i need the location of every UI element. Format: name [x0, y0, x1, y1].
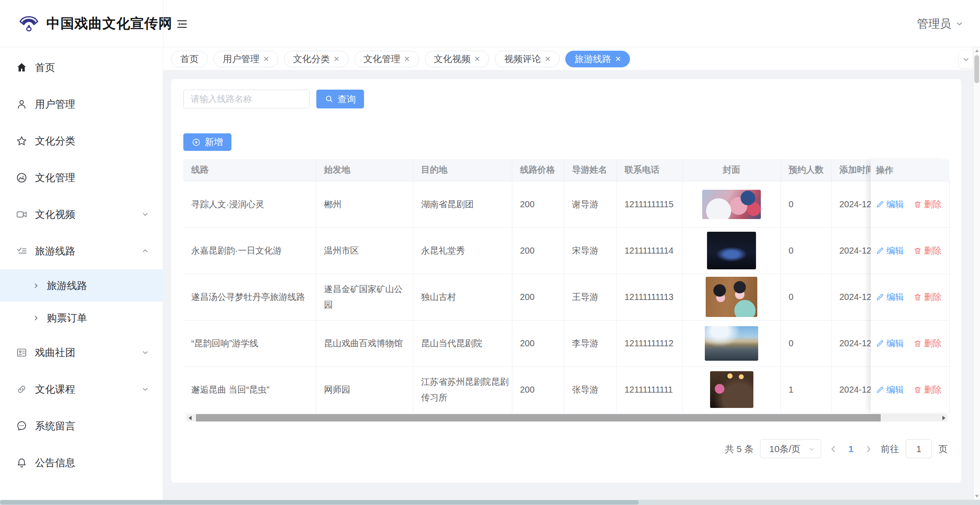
sidebar-item-首页[interactable]: 首页	[0, 49, 163, 86]
edit-button[interactable]: 编辑	[876, 245, 904, 257]
actions-cell: 编辑删除	[871, 228, 949, 274]
actions-cell: 编辑删除	[871, 320, 949, 367]
window-horizontal-scrollbar[interactable]	[0, 500, 980, 505]
actions-column-cells: 编辑删除编辑删除编辑删除编辑删除编辑删除	[871, 181, 949, 413]
cell-price: 200	[512, 320, 564, 366]
tab-close-icon[interactable]: ×	[615, 54, 621, 64]
edit-icon	[876, 386, 884, 394]
tab-close-icon[interactable]: ×	[334, 54, 340, 64]
tab-close-icon[interactable]: ×	[545, 54, 550, 64]
tab-close-icon[interactable]: ×	[475, 54, 480, 64]
chevron-down-icon	[808, 445, 816, 453]
cell-destination: 昆山当代昆剧院	[413, 320, 512, 366]
sidebar-item-文化分类[interactable]: 文化分类	[0, 122, 163, 159]
column-header-目的地: 目的地	[413, 159, 512, 181]
star-icon	[16, 135, 28, 147]
edit-button[interactable]: 编辑	[876, 199, 904, 210]
delete-button[interactable]: 删除	[914, 384, 942, 396]
sidebar-item-文化课程[interactable]: 文化课程	[0, 371, 163, 407]
edit-icon	[876, 339, 884, 348]
tab-label: 视频评论	[504, 53, 541, 65]
cell-destination: 江苏省苏州昆剧院昆剧传习所	[413, 366, 512, 413]
edit-button[interactable]: 编辑	[876, 384, 904, 396]
cell-guide: 王导游	[564, 274, 616, 320]
cell-destination: 永昆礼堂秀	[413, 227, 512, 274]
edit-button-label: 编辑	[886, 291, 904, 303]
sidebar-item-用户管理[interactable]: 用户管理	[0, 86, 163, 122]
scrollbar-thumb[interactable]	[196, 414, 881, 421]
cell-bookings: 0	[780, 320, 831, 366]
page-size-select[interactable]: 10条/页	[760, 439, 821, 458]
cell-cover	[682, 320, 780, 366]
cell-route: 遂昌汤公寻梦牡丹亭旅游线路	[183, 274, 316, 320]
delete-button[interactable]: 删除	[914, 338, 942, 349]
column-header-始发地: 始发地	[316, 159, 413, 181]
sidebar-item-旅游线路[interactable]: 旅游线路	[0, 233, 163, 269]
tab-首页[interactable]: 首页	[171, 51, 208, 67]
tab-overflow-button[interactable]	[959, 51, 973, 68]
chevron-up-icon	[141, 247, 150, 255]
prev-page-icon[interactable]	[828, 443, 839, 455]
delete-button[interactable]: 删除	[914, 245, 942, 257]
goto-page-input[interactable]	[906, 439, 932, 458]
search-button[interactable]: 查询	[316, 90, 364, 108]
content-area: 查询 新增 线路始发地目的地线路价格导游姓名联系电话封面预约人数添加时间 寻踪人…	[163, 70, 973, 500]
tab-文化管理[interactable]: 文化管理×	[354, 51, 419, 67]
club-card-icon	[16, 347, 28, 359]
tab-文化分类[interactable]: 文化分类×	[284, 51, 349, 67]
sidebar-item-label: 旅游线路	[35, 244, 141, 258]
top-bar: 中国戏曲文化宣传网 管理员	[0, 0, 980, 47]
chevron-down-icon	[955, 19, 964, 28]
tab-旅游线路[interactable]: 旅游线路×	[565, 51, 630, 67]
sidebar-item-公告信息[interactable]: 公告信息	[0, 444, 163, 481]
delete-button[interactable]: 删除	[914, 199, 942, 210]
search-icon	[325, 94, 334, 104]
sidebar-item-戏曲社团[interactable]: 戏曲社团	[0, 334, 163, 371]
scroll-left-icon[interactable]	[186, 414, 194, 421]
scroll-down-icon[interactable]	[975, 495, 979, 498]
table-horizontal-scrollbar[interactable]	[186, 414, 948, 421]
delete-button[interactable]: 删除	[914, 291, 942, 303]
edit-button[interactable]: 编辑	[876, 291, 904, 303]
tab-用户管理[interactable]: 用户管理×	[214, 51, 278, 67]
tab-list: 首页用户管理×文化分类×文化管理×文化视频×视频评论×旅游线路×	[171, 51, 630, 67]
scrollbar-thumb[interactable]	[974, 55, 979, 83]
cell-cover	[682, 274, 780, 320]
cell-cover	[682, 366, 780, 413]
cell-route: 永嘉昆剧韵·一日文化游	[183, 227, 316, 274]
tab-文化视频[interactable]: 文化视频×	[425, 51, 490, 67]
sidebar-item-文化管理[interactable]: 文化管理	[0, 159, 163, 196]
table-row: 遂昌汤公寻梦牡丹亭旅游线路遂昌金矿国家矿山公园独山古村200王导游1211111…	[183, 274, 949, 320]
actions-column-header: 操作	[871, 159, 949, 181]
routes-table-body: 寻踪人文·浸润心灵郴州湖南省昆剧团200谢导游1211111111502024-…	[183, 181, 949, 413]
cell-phone: 12111111114	[616, 227, 682, 274]
current-page[interactable]: 1	[846, 444, 856, 454]
tab-label: 首页	[180, 53, 199, 65]
cell-bookings: 0	[780, 274, 831, 320]
tab-close-icon[interactable]: ×	[263, 54, 269, 64]
add-button[interactable]: 新增	[183, 133, 231, 151]
cell-phone: 12111111115	[616, 181, 682, 227]
cell-cover	[682, 181, 780, 227]
vertical-scrollbar[interactable]	[973, 47, 980, 500]
next-page-icon[interactable]	[863, 443, 874, 455]
chevron-right-icon	[32, 282, 40, 289]
link-icon	[16, 383, 28, 395]
cell-guide: 宋导游	[564, 227, 616, 274]
sidebar-fold-icon[interactable]	[176, 18, 188, 30]
scroll-right-icon[interactable]	[940, 414, 948, 421]
sidebar-item-文化视频[interactable]: 文化视频	[0, 196, 163, 233]
admin-menu[interactable]: 管理员	[917, 0, 964, 47]
sidebar-subitem-旅游线路[interactable]: 旅游线路	[0, 269, 163, 302]
tab-视频评论[interactable]: 视频评论×	[495, 51, 560, 67]
sidebar-subitem-购票订单[interactable]: 购票订单	[0, 302, 163, 334]
cell-origin: 温州市区	[316, 227, 413, 274]
edit-button[interactable]: 编辑	[876, 338, 904, 349]
sidebar-item-系统留言[interactable]: 系统留言	[0, 407, 163, 444]
search-input[interactable]	[183, 90, 310, 108]
chevron-down-icon	[962, 55, 970, 64]
cell-route: 邂逅昆曲 当回“昆虫”	[183, 366, 316, 413]
tab-close-icon[interactable]: ×	[404, 54, 410, 64]
scroll-up-icon[interactable]	[975, 49, 979, 52]
scrollbar-thumb[interactable]	[0, 500, 639, 505]
